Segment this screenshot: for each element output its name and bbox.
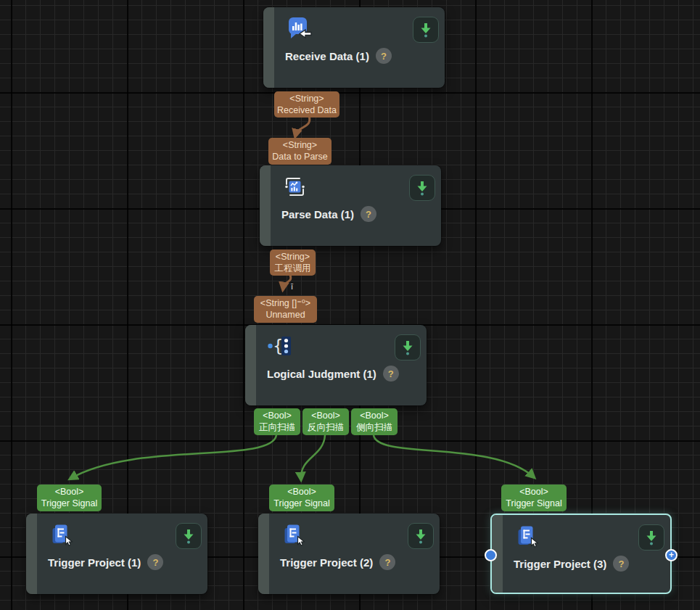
node-trigger-project-3[interactable]: Trigger Project (3) ? + xyxy=(490,514,672,594)
node-title: Trigger Project (1) xyxy=(48,556,141,569)
port-trigger-signal-3[interactable]: <Bool> Trigger Signal xyxy=(501,485,567,511)
port-scan-reverse[interactable]: <Bool> 反向扫描 xyxy=(302,408,349,435)
port-name: Trigger Signal xyxy=(269,498,334,509)
port-type: <Bool> xyxy=(254,410,300,421)
plus-icon: + xyxy=(669,551,674,559)
execution-flag-button[interactable] xyxy=(413,17,439,43)
port-type: <String> xyxy=(274,93,339,104)
node-title: Receive Data (1) xyxy=(285,50,369,62)
node-accent-bar xyxy=(245,325,256,405)
port-type: <String> xyxy=(270,251,316,263)
execution-flag-button[interactable] xyxy=(408,523,434,549)
port-name: Unnamed xyxy=(254,309,317,321)
node-accent-bar xyxy=(260,165,271,246)
port-type: <Bool> xyxy=(302,410,349,421)
edge-scan-reverse-to-trigger-2 xyxy=(301,435,325,479)
port-type: <Bool> xyxy=(269,486,334,498)
port-received-data[interactable]: <String> Received Data xyxy=(274,91,339,118)
trigger-project-icon xyxy=(514,523,541,551)
port-type: <Bool> xyxy=(351,410,398,421)
node-trigger-project-2[interactable]: Trigger Project (2) ? xyxy=(258,514,440,594)
port-type: <Bool> xyxy=(37,486,102,498)
index-marker: ī xyxy=(291,283,293,291)
port-name: 反向扫描 xyxy=(302,421,349,433)
node-accent-bar xyxy=(258,514,269,594)
help-badge[interactable]: ? xyxy=(613,556,629,572)
flow-canvas[interactable]: Receive Data (1) ? xyxy=(0,0,700,610)
node-title: Parse Data (1) xyxy=(281,208,354,220)
port-scan-side[interactable]: <Bool> 侧向扫描 xyxy=(351,408,398,435)
port-trigger-signal-2[interactable]: <Bool> Trigger Signal xyxy=(269,485,334,511)
node-title: Logical Judgment (1) xyxy=(267,368,376,380)
node-trigger-project-1[interactable]: Trigger Project (1) ? xyxy=(26,514,207,594)
help-badge[interactable]: ? xyxy=(383,366,399,382)
port-unnamed[interactable]: <String []⁼⁰> Unnamed xyxy=(254,296,317,323)
port-name: Received Data xyxy=(274,104,339,116)
port-scan-forward[interactable]: <Bool> 正向扫描 xyxy=(254,408,300,435)
node-title: Trigger Project (3) xyxy=(514,558,606,570)
trigger-project-icon xyxy=(48,522,75,549)
help-badge[interactable]: ? xyxy=(361,206,376,222)
edge-scan-side-to-trigger-3 xyxy=(374,435,534,477)
edge-received-data-to-data-to-parse xyxy=(295,116,310,136)
port-trigger-signal-1[interactable]: <Bool> Trigger Signal xyxy=(37,485,102,511)
node-accent-bar xyxy=(26,514,37,594)
port-name: Trigger Signal xyxy=(37,498,102,509)
receive-data-icon xyxy=(285,15,313,43)
execution-flag-button[interactable] xyxy=(395,334,421,360)
input-handle[interactable] xyxy=(485,549,497,561)
edge-scan-forward-to-trigger-1 xyxy=(70,435,276,479)
port-name: Data to Parse xyxy=(268,151,332,162)
node-receive-data[interactable]: Receive Data (1) ? xyxy=(263,7,445,88)
logical-judgment-icon: { xyxy=(267,333,295,360)
node-parse-data[interactable]: Parse Data (1) ? xyxy=(260,165,441,246)
help-badge[interactable]: ? xyxy=(147,554,163,570)
port-name: 工程调用 xyxy=(270,263,316,274)
execution-flag-button[interactable] xyxy=(638,524,664,551)
execution-flag-button[interactable] xyxy=(409,175,435,201)
node-title: Trigger Project (2) xyxy=(280,556,373,569)
port-type: <String> xyxy=(268,139,332,151)
port-type: <Bool> xyxy=(501,486,567,498)
help-badge[interactable]: ? xyxy=(379,554,395,570)
port-name: 正向扫描 xyxy=(254,421,300,433)
node-logical-judgment[interactable]: { Logical Judgment (1) ? xyxy=(245,325,427,405)
port-data-to-parse[interactable]: <String> Data to Parse xyxy=(268,138,332,165)
execution-flag-button[interactable] xyxy=(176,523,202,549)
port-name: 侧向扫描 xyxy=(351,421,398,433)
port-name: Trigger Signal xyxy=(501,498,567,509)
node-accent-bar xyxy=(263,7,274,88)
parse-data-icon xyxy=(281,173,309,201)
trigger-project-icon xyxy=(280,522,308,549)
edge-project-call-to-unnamed xyxy=(283,275,291,289)
port-type: <String []⁼⁰> xyxy=(254,297,317,309)
add-connection-handle[interactable]: + xyxy=(665,549,678,561)
port-project-call[interactable]: <String> 工程调用 xyxy=(270,250,316,276)
help-badge[interactable]: ? xyxy=(376,48,392,64)
